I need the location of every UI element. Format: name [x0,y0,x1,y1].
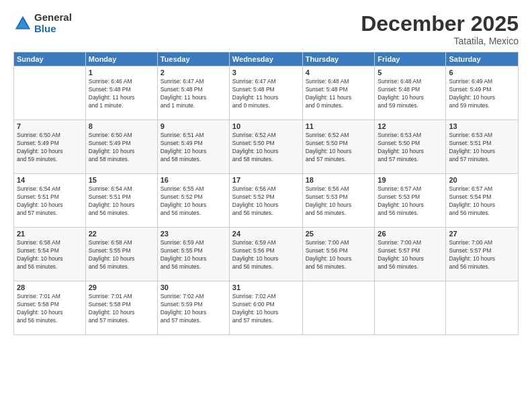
day-number: 19 [378,176,443,184]
day-info: Sunrise: 6:58 AM Sunset: 5:55 PM Dayligh… [89,239,154,271]
day-number: 14 [17,176,83,184]
calendar-cell: 12Sunrise: 6:53 AM Sunset: 5:50 PM Dayli… [375,120,446,174]
day-number: 4 [306,68,372,77]
day-info: Sunrise: 6:48 AM Sunset: 5:48 PM Dayligh… [306,78,372,110]
calendar-cell: 21Sunrise: 6:58 AM Sunset: 5:54 PM Dayli… [14,228,86,281]
day-number: 22 [89,230,154,238]
day-number: 12 [378,122,443,130]
calendar-cell: 17Sunrise: 6:56 AM Sunset: 5:52 PM Dayli… [229,174,302,228]
day-info: Sunrise: 6:58 AM Sunset: 5:54 PM Dayligh… [17,239,83,271]
day-info: Sunrise: 7:02 AM Sunset: 6:00 PM Dayligh… [232,293,300,325]
col-monday: Monday [85,52,157,66]
day-info: Sunrise: 6:56 AM Sunset: 5:52 PM Dayligh… [232,185,300,218]
calendar-cell: 28Sunrise: 7:01 AM Sunset: 5:58 PM Dayli… [14,281,86,335]
title-block: December 2025 Tatatila, Mexico [361,12,519,46]
day-number: 16 [161,176,226,184]
calendar-week-row: 1Sunrise: 6:46 AM Sunset: 5:48 PM Daylig… [14,66,519,120]
day-number: 30 [161,283,226,291]
day-number: 1 [89,68,154,77]
calendar-cell: 19Sunrise: 6:57 AM Sunset: 5:53 PM Dayli… [375,174,446,228]
day-info: Sunrise: 6:47 AM Sunset: 5:48 PM Dayligh… [232,78,300,110]
day-info: Sunrise: 6:52 AM Sunset: 5:50 PM Dayligh… [306,132,372,164]
location: Tatatila, Mexico [361,36,519,46]
calendar-cell: 4Sunrise: 6:48 AM Sunset: 5:48 PM Daylig… [302,66,375,120]
day-info: Sunrise: 6:46 AM Sunset: 5:48 PM Dayligh… [89,78,154,110]
calendar-cell: 8Sunrise: 6:50 AM Sunset: 5:49 PM Daylig… [85,120,157,174]
day-number: 18 [306,176,372,184]
day-number: 17 [232,176,300,184]
logo-general: General [34,12,72,24]
day-number: 6 [449,68,515,77]
day-number: 24 [232,230,300,238]
calendar-cell: 10Sunrise: 6:52 AM Sunset: 5:50 PM Dayli… [229,120,302,174]
calendar-cell: 27Sunrise: 7:00 AM Sunset: 5:57 PM Dayli… [446,228,519,281]
day-info: Sunrise: 6:57 AM Sunset: 5:53 PM Dayligh… [378,185,443,218]
day-number: 23 [161,230,226,238]
month-title: December 2025 [361,12,519,36]
day-info: Sunrise: 6:59 AM Sunset: 5:55 PM Dayligh… [161,239,226,271]
calendar-cell: 14Sunrise: 6:54 AM Sunset: 5:51 PM Dayli… [14,174,86,228]
col-saturday: Saturday [446,52,519,66]
calendar-cell: 24Sunrise: 6:59 AM Sunset: 5:56 PM Dayli… [229,228,302,281]
day-info: Sunrise: 7:01 AM Sunset: 5:58 PM Dayligh… [17,293,83,325]
calendar-cell: 3Sunrise: 6:47 AM Sunset: 5:48 PM Daylig… [229,66,302,120]
day-info: Sunrise: 6:50 AM Sunset: 5:49 PM Dayligh… [89,132,154,164]
day-info: Sunrise: 7:00 AM Sunset: 5:56 PM Dayligh… [306,239,372,271]
day-info: Sunrise: 6:53 AM Sunset: 5:51 PM Dayligh… [449,132,515,164]
day-number: 15 [89,176,154,184]
calendar-cell: 20Sunrise: 6:57 AM Sunset: 5:54 PM Dayli… [446,174,519,228]
day-number: 7 [17,122,83,130]
day-info: Sunrise: 6:59 AM Sunset: 5:56 PM Dayligh… [232,239,300,271]
calendar-week-row: 7Sunrise: 6:50 AM Sunset: 5:49 PM Daylig… [14,120,519,174]
day-number: 5 [378,68,443,77]
day-info: Sunrise: 6:48 AM Sunset: 5:48 PM Dayligh… [378,78,443,110]
day-info: Sunrise: 6:54 AM Sunset: 5:51 PM Dayligh… [89,185,154,218]
calendar-table: Sunday Monday Tuesday Wednesday Thursday… [13,52,519,335]
calendar-cell: 11Sunrise: 6:52 AM Sunset: 5:50 PM Dayli… [302,120,375,174]
day-number: 31 [232,283,300,291]
calendar-cell: 9Sunrise: 6:51 AM Sunset: 5:49 PM Daylig… [157,120,229,174]
day-info: Sunrise: 6:52 AM Sunset: 5:50 PM Dayligh… [232,132,300,164]
calendar-cell [302,281,375,335]
header: General Blue December 2025 Tatatila, Mex… [13,12,519,46]
day-number: 20 [449,176,515,184]
day-number: 10 [232,122,300,130]
col-thursday: Thursday [302,52,375,66]
calendar-cell [446,281,519,335]
day-info: Sunrise: 6:47 AM Sunset: 5:48 PM Dayligh… [161,78,226,110]
day-info: Sunrise: 6:50 AM Sunset: 5:49 PM Dayligh… [17,132,83,164]
page: General Blue December 2025 Tatatila, Mex… [0,0,532,411]
day-number: 9 [161,122,226,130]
day-info: Sunrise: 6:56 AM Sunset: 5:53 PM Dayligh… [306,185,372,218]
col-wednesday: Wednesday [229,52,302,66]
calendar-cell: 22Sunrise: 6:58 AM Sunset: 5:55 PM Dayli… [85,228,157,281]
day-number: 8 [89,122,154,130]
day-number: 3 [232,68,300,77]
calendar-cell [375,281,446,335]
day-info: Sunrise: 6:55 AM Sunset: 5:52 PM Dayligh… [161,185,226,218]
calendar-cell: 31Sunrise: 7:02 AM Sunset: 6:00 PM Dayli… [229,281,302,335]
logo-icon [13,14,32,33]
calendar-cell: 7Sunrise: 6:50 AM Sunset: 5:49 PM Daylig… [14,120,86,174]
calendar-cell: 15Sunrise: 6:54 AM Sunset: 5:51 PM Dayli… [85,174,157,228]
logo-blue: Blue [34,24,72,35]
day-info: Sunrise: 7:00 AM Sunset: 5:57 PM Dayligh… [449,239,515,271]
calendar-cell: 26Sunrise: 7:00 AM Sunset: 5:57 PM Dayli… [375,228,446,281]
day-info: Sunrise: 7:02 AM Sunset: 5:59 PM Dayligh… [161,293,226,325]
calendar-cell: 2Sunrise: 6:47 AM Sunset: 5:48 PM Daylig… [157,66,229,120]
calendar-cell [14,66,86,120]
calendar-week-row: 21Sunrise: 6:58 AM Sunset: 5:54 PM Dayli… [14,228,519,281]
day-info: Sunrise: 6:57 AM Sunset: 5:54 PM Dayligh… [449,185,515,218]
col-tuesday: Tuesday [157,52,229,66]
col-sunday: Sunday [14,52,86,66]
day-number: 26 [378,230,443,238]
logo: General Blue [13,12,72,34]
calendar-cell: 1Sunrise: 6:46 AM Sunset: 5:48 PM Daylig… [85,66,157,120]
day-number: 28 [17,283,83,291]
calendar-cell: 6Sunrise: 6:49 AM Sunset: 5:49 PM Daylig… [446,66,519,120]
day-info: Sunrise: 6:49 AM Sunset: 5:49 PM Dayligh… [449,78,515,110]
calendar-cell: 30Sunrise: 7:02 AM Sunset: 5:59 PM Dayli… [157,281,229,335]
day-info: Sunrise: 7:00 AM Sunset: 5:57 PM Dayligh… [378,239,443,271]
logo-text: General Blue [34,12,72,34]
day-number: 11 [306,122,372,130]
